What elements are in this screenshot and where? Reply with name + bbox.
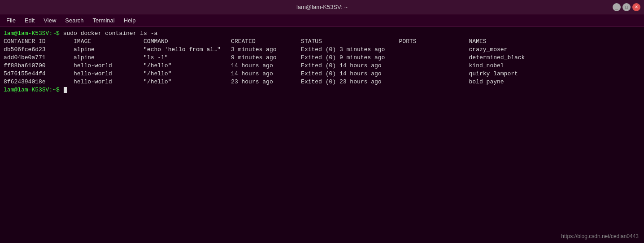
menu-file[interactable]: File: [2, 16, 20, 25]
menubar: File Edit View Search Terminal Help: [0, 14, 644, 27]
titlebar-title: lam@lam-K53SV: ~: [296, 4, 348, 10]
menu-edit[interactable]: Edit: [20, 16, 39, 25]
menu-search[interactable]: Search: [61, 16, 88, 25]
menu-view[interactable]: View: [39, 16, 61, 25]
titlebar-controls: _ □ ✕: [613, 3, 640, 11]
terminal-output: lam@lam-K53SV:~$ sudo docker container l…: [4, 30, 640, 94]
menu-help[interactable]: Help: [119, 16, 140, 25]
close-button[interactable]: ✕: [632, 3, 640, 11]
titlebar: lam@lam-K53SV: ~ _ □ ✕: [0, 0, 644, 14]
terminal-area[interactable]: lam@lam-K53SV:~$ sudo docker container l…: [0, 27, 644, 243]
watermark: https://blog.csdn.net/cedian0443: [561, 233, 639, 239]
maximize-button[interactable]: □: [622, 3, 631, 11]
menu-terminal[interactable]: Terminal: [88, 16, 119, 25]
minimize-button[interactable]: _: [613, 3, 621, 11]
